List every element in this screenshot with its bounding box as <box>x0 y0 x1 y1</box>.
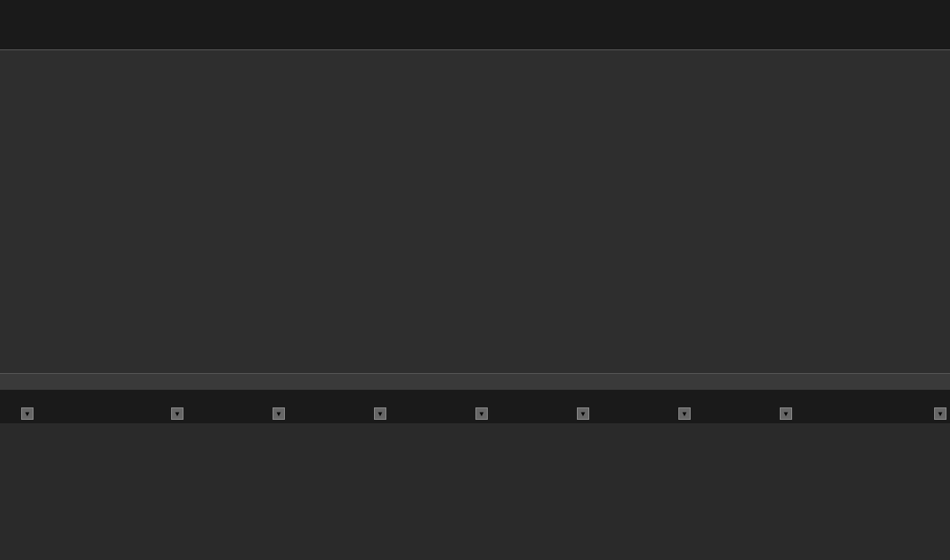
col-number[interactable]: ▼ <box>0 390 37 423</box>
filter-dropdown-icon[interactable]: ▼ <box>171 407 183 420</box>
section-divider <box>0 374 950 390</box>
filter-dropdown-icon[interactable]: ▼ <box>678 407 691 420</box>
col-opened-on[interactable]: ▼ <box>390 390 491 423</box>
filter-dropdown-icon[interactable]: ▼ <box>374 407 386 420</box>
filter-date[interactable] <box>710 7 803 9</box>
col-type[interactable]: ▼ <box>187 390 288 423</box>
filter-dropdown-icon[interactable]: ▼ <box>21 407 34 420</box>
chart-svg <box>0 50 950 375</box>
col-opened-by[interactable]: ▼ <box>491 390 593 423</box>
header-bar <box>0 0 950 49</box>
filter-dropdown-icon[interactable]: ▼ <box>934 407 946 420</box>
chart-area <box>0 49 950 374</box>
filter-bar <box>490 7 926 9</box>
col-priority[interactable]: ▼ <box>288 390 390 423</box>
filter-priority[interactable] <box>604 7 692 9</box>
issue-table: ▼ ▼ ▼ ▼ ▼ ▼ ▼ ▼ ▼ <box>0 390 950 423</box>
filter-dropdown-icon[interactable]: ▼ <box>273 407 285 420</box>
col-notes[interactable]: ▼ <box>796 390 950 423</box>
filter-dropdown-icon[interactable]: ▼ <box>780 407 792 420</box>
col-issue[interactable]: ▼ <box>37 390 187 423</box>
table-header-row: ▼ ▼ ▼ ▼ ▼ ▼ ▼ ▼ ▼ <box>0 390 950 423</box>
filter-dropdown-icon[interactable]: ▼ <box>475 407 488 420</box>
col-closed-by[interactable]: ▼ <box>694 390 796 423</box>
filter-last-days[interactable] <box>820 7 909 9</box>
filter-type[interactable] <box>490 7 587 9</box>
filter-dropdown-icon[interactable]: ▼ <box>577 407 589 420</box>
col-closed-on[interactable]: ▼ <box>593 390 694 423</box>
